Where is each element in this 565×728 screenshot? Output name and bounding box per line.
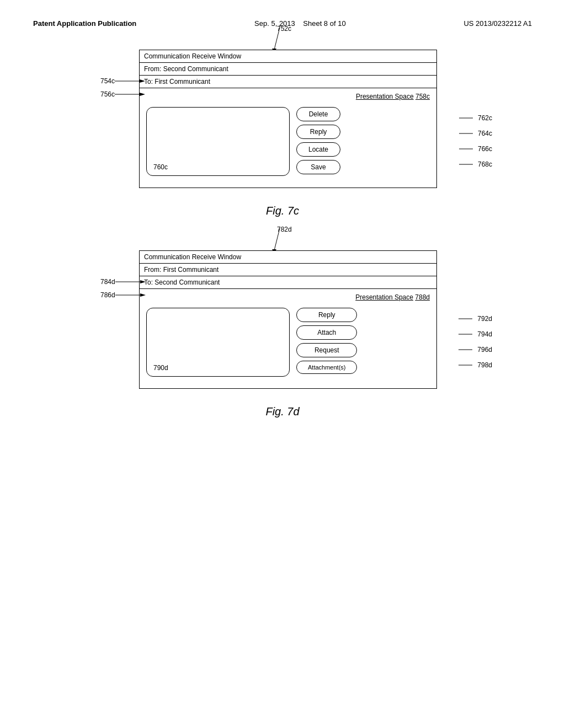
fig7d-window-title: Communication Receive Window [140,251,436,264]
fig7d-comm-window: Communication Receive Window From: First… [139,250,437,389]
header-patent-number: US 2013/0232212 A1 [463,19,532,28]
fig7c-right-label-762c: 762c [459,110,492,126]
fig7c-locate-button[interactable]: Locate [296,142,340,157]
fig7c-inner-content: 760c Delete Reply Locate Save [144,105,432,178]
fig7c-arrow-svg [263,28,285,52]
fig7c-ps-label: Presentation Space 758c [144,93,432,100]
svg-line-10 [274,228,280,250]
fig7d-right-label-794d: 794d [459,326,492,342]
page: Patent Application Publication Sep. 5, 2… [0,0,565,728]
fig7d-diagram-area: 782d 784d 786d Communic [100,250,487,389]
fig7d-presentation-space: Presentation Space 788d 790d Reply Attac… [140,289,436,388]
figure-7d-wrapper: 782d 784d 786d Communic [44,250,521,418]
fig7c-right-label-766c: 766c [459,141,492,157]
header-center: Sep. 5, 2013 Sheet 8 of 10 [254,19,346,28]
fig7d-reply-button[interactable]: Reply [296,308,357,322]
fig7d-right-label-798d: 798d [459,357,492,373]
fig7c-to-row: To: First Communicant [140,76,436,88]
fig7c-presentation-space: Presentation Space 758c 760c Delete Repl… [140,88,436,188]
fig7c-right-label-768c: 768c [459,157,492,172]
svg-line-0 [274,28,280,50]
fig7c-delete-button[interactable]: Delete [296,107,340,121]
fig7c-from-row: From: Second Communicant [140,63,436,76]
fig7c-window-title: Communication Receive Window [140,50,436,63]
fig7c-reply-button[interactable]: Reply [296,125,340,139]
fig7d-right-labels: 792d 794d 796d 798d [459,311,492,373]
figures-container: 752c 754c 756c [22,39,543,429]
fig7d-request-button[interactable]: Request [296,343,357,357]
fig7c-content-box-label: 760c [153,163,168,171]
fig7d-content-box: 790d [146,308,290,377]
fig7d-buttons-column: Reply Attach Request Attachment(s) [296,308,357,374]
fig7c-content-box: 760c [146,107,290,176]
fig7c-comm-window: Communication Receive Window From: Secon… [139,50,437,188]
fig7c-caption: Fig. 7c [266,205,299,217]
fig7d-right-label-792d: 792d [459,311,492,326]
fig7c-right-label-764c: 764c [459,126,492,141]
fig7c-diagram-area: 752c 754c 756c [100,50,487,188]
fig7d-inner-content: 790d Reply Attach Request Attachment(s) [144,306,432,379]
fig7d-right-label-796d: 796d [459,342,492,357]
fig7d-caption: Fig. 7d [265,405,299,418]
fig7c-buttons-column: Delete Reply Locate Save [296,107,340,174]
fig7d-arrow-svg [263,228,285,253]
header-sheet: Sheet 8 of 10 [303,19,345,28]
fig7c-from-label: 754c [100,77,145,85]
figure-7c-wrapper: 752c 754c 756c [44,50,521,217]
fig7c-to-label: 756c [100,90,145,98]
fig7d-attachments-button[interactable]: Attachment(s) [296,361,357,374]
header-publication-label: Patent Application Publication [33,19,136,28]
fig7d-to-row: To: Second Communicant [140,276,436,289]
fig7d-ps-label: Presentation Space 788d [144,293,432,301]
fig7c-right-labels: 762c 764c 766c 768c [459,110,492,172]
fig7c-save-button[interactable]: Save [296,160,340,174]
fig7d-attach-button[interactable]: Attach [296,325,357,340]
fig7d-content-box-label: 790d [153,364,168,372]
fig7d-from-row: From: First Communicant [140,264,436,276]
